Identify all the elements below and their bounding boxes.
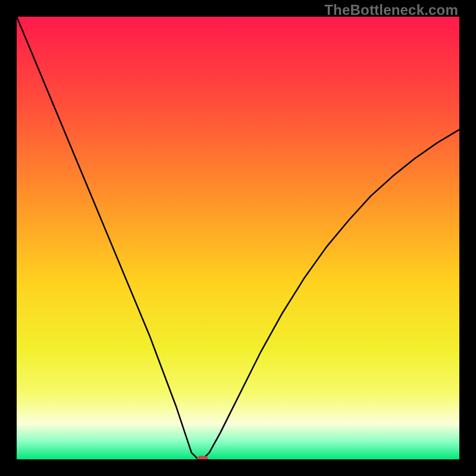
watermark-text: TheBottleneck.com — [324, 2, 458, 18]
min-point-marker — [197, 456, 208, 459]
chart-frame: TheBottleneck.com — [0, 0, 476, 476]
gradient-background — [17, 17, 459, 459]
plot-area — [17, 17, 459, 459]
chart-svg — [17, 17, 459, 459]
